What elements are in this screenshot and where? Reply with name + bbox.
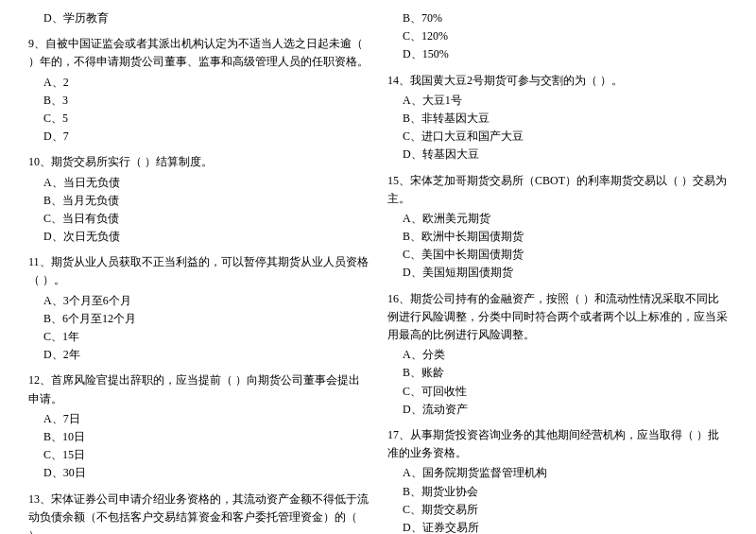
q12-optD: D、30日 — [28, 464, 369, 482]
q11-optB: B、6个月至12个月 — [28, 310, 369, 328]
q10-optC: C、当日有负债 — [28, 210, 369, 228]
q9-optC: C、5 — [28, 110, 369, 128]
q11-text: 11、期货从业人员获取不正当利益的，可以暂停其期货从业人员资格（ ）。 — [28, 253, 369, 289]
q13-optD: D、150% — [387, 45, 728, 63]
q14-text: 14、我国黄大豆2号期货可参与交割的为（ ）。 — [387, 72, 728, 90]
q11-optC: C、1年 — [28, 328, 369, 346]
q12-optB: B、10日 — [28, 428, 369, 446]
q11-optD: D、2年 — [28, 346, 369, 364]
q15-text: 15、宋体芝加哥期货交易所（CBOT）的利率期货交易以（ ）交易为主。 — [387, 172, 728, 208]
q15-optC: C、美国中长期国债期货 — [387, 246, 728, 264]
q16-optC: C、可回收性 — [387, 383, 728, 401]
q-d-continued: D、学历教育 — [28, 9, 369, 27]
q14-optD: D、转基因大豆 — [387, 146, 728, 164]
q14-optA: A、大豆1号 — [387, 92, 728, 110]
q9-optD: D、7 — [28, 128, 369, 146]
q13-optC: C、120% — [387, 27, 728, 45]
question-12: 12、首席风险官提出辞职的，应当提前（ ）向期货公司董事会提出申请。 A、7日 … — [28, 371, 369, 482]
q12-text: 12、首席风险官提出辞职的，应当提前（ ）向期货公司董事会提出申请。 — [28, 371, 369, 407]
q10-text: 10、期货交易所实行（ ）结算制度。 — [28, 153, 369, 171]
q17-optC: C、期货交易所 — [387, 501, 728, 519]
q12-optA: A、7日 — [28, 410, 369, 428]
q9-optA: A、2 — [28, 74, 369, 92]
question-10: 10、期货交易所实行（ ）结算制度。 A、当日无负债 B、当月无负债 C、当日有… — [28, 153, 369, 246]
right-column: B、70% C、120% D、150% 14、我国黄大豆2号期货可参与交割的为（… — [387, 9, 728, 534]
q16-optA: A、分类 — [387, 346, 728, 364]
question-17: 17、从事期货投资咨询业务的其他期间经营机构，应当取得（ ）批准的业务资格。 A… — [387, 426, 728, 534]
q9-optB: B、3 — [28, 92, 369, 110]
q17-optA: A、国务院期货监督管理机构 — [387, 464, 728, 482]
q15-optB: B、欧洲中长期国债期货 — [387, 228, 728, 246]
q10-optA: A、当日无负债 — [28, 174, 369, 192]
left-column: D、学历教育 9、自被中国证监会或者其派出机构认定为不适当人选之日起未逾（ ）年… — [28, 9, 369, 534]
question-15: 15、宋体芝加哥期货交易所（CBOT）的利率期货交易以（ ）交易为主。 A、欧洲… — [387, 172, 728, 283]
option-d-edu: D、学历教育 — [28, 9, 369, 27]
q16-optD: D、流动资产 — [387, 401, 728, 419]
q15-optA: A、欧洲美元期货 — [387, 210, 728, 228]
q13-optB: B、70% — [387, 9, 728, 27]
q17-text: 17、从事期货投资咨询业务的其他期间经营机构，应当取得（ ）批准的业务资格。 — [387, 426, 728, 462]
q16-text: 16、期货公司持有的金融资产，按照（ ）和流动性情况采取不同比例进行风险调整，分… — [387, 290, 728, 345]
q14-optB: B、非转基因大豆 — [387, 110, 728, 128]
question-16: 16、期货公司持有的金融资产，按照（ ）和流动性情况采取不同比例进行风险调整，分… — [387, 290, 728, 419]
q17-optD: D、证券交易所 — [387, 519, 728, 534]
q17-optB: B、期货业协会 — [387, 483, 728, 501]
q13-text: 13、宋体证券公司申请介绍业务资格的，其流动资产金额不得低于流动负债余额（不包括… — [28, 491, 369, 535]
q16-optB: B、账龄 — [387, 364, 728, 382]
q9-text: 9、自被中国证监会或者其派出机构认定为不适当人选之日起未逾（ ）年的，不得申请期… — [28, 35, 369, 71]
q14-optC: C、进口大豆和国产大豆 — [387, 128, 728, 146]
q11-optA: A、3个月至6个月 — [28, 292, 369, 310]
question-9: 9、自被中国证监会或者其派出机构认定为不适当人选之日起未逾（ ）年的，不得申请期… — [28, 35, 369, 146]
page-content: D、学历教育 9、自被中国证监会或者其派出机构认定为不适当人选之日起未逾（ ）年… — [28, 9, 728, 534]
q12-optC: C、15日 — [28, 446, 369, 464]
q10-optD: D、次日无负债 — [28, 228, 369, 246]
question-11: 11、期货从业人员获取不正当利益的，可以暂停其期货从业人员资格（ ）。 A、3个… — [28, 253, 369, 364]
question-14: 14、我国黄大豆2号期货可参与交割的为（ ）。 A、大豆1号 B、非转基因大豆 … — [387, 72, 728, 164]
q10-optB: B、当月无负债 — [28, 192, 369, 210]
question-13: 13、宋体证券公司申请介绍业务资格的，其流动资产金额不得低于流动负债余额（不包括… — [28, 491, 369, 535]
q15-optD: D、美国短期国债期货 — [387, 264, 728, 282]
q13-continued: B、70% C、120% D、150% — [387, 9, 728, 64]
